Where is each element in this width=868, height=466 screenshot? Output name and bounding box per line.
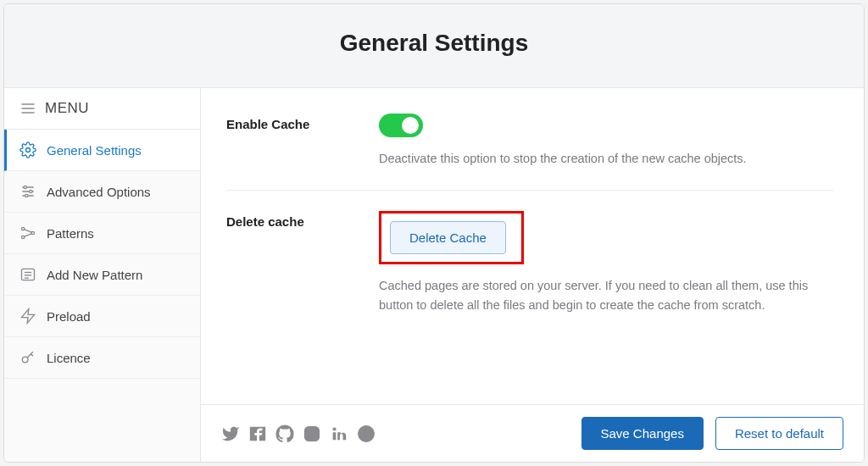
- settings-panel: General Settings MENU General Settings: [3, 3, 865, 463]
- instagram-icon[interactable]: [303, 424, 321, 443]
- delete-cache-control: Delete Cache Cached pages are stored on …: [379, 211, 833, 314]
- sidebar-item-general-settings[interactable]: General Settings: [4, 130, 200, 171]
- save-changes-button[interactable]: Save Changes: [581, 417, 704, 450]
- sidebar-item-label: Add New Pattern: [47, 268, 142, 282]
- enable-cache-help: Deactivate this option to stop the creat…: [379, 149, 820, 168]
- delete-cache-help: Cached pages are stored on your server. …: [379, 276, 820, 314]
- delete-cache-label: Delete cache: [226, 211, 379, 314]
- menu-header[interactable]: MENU: [4, 88, 200, 130]
- network-icon: [19, 225, 36, 241]
- sidebar-item-licence[interactable]: Licence: [4, 337, 200, 379]
- setting-delete-cache: Delete cache Delete Cache Cached pages a…: [226, 211, 833, 336]
- sidebar-item-preload[interactable]: Preload: [4, 296, 200, 337]
- svg-marker-17: [22, 309, 35, 324]
- enable-cache-toggle[interactable]: [379, 114, 423, 137]
- sidebar-item-label: Advanced Options: [47, 185, 151, 199]
- gear-icon: [19, 141, 36, 158]
- sidebar-item-add-new-pattern[interactable]: Add New Pattern: [4, 254, 200, 296]
- reset-default-button[interactable]: Reset to default: [715, 417, 843, 450]
- facebook-icon[interactable]: [248, 424, 267, 443]
- delete-cache-highlight: Delete Cache: [379, 211, 524, 264]
- svg-point-9: [25, 194, 28, 197]
- wordpress-icon[interactable]: [357, 424, 376, 443]
- setting-enable-cache: Enable Cache Deactivate this option to s…: [226, 114, 833, 191]
- sidebar-item-label: Preload: [47, 309, 91, 324]
- enable-cache-label: Enable Cache: [226, 114, 379, 168]
- twitter-icon[interactable]: [221, 424, 240, 443]
- linkedin-icon[interactable]: [330, 424, 348, 443]
- social-links: [221, 424, 376, 443]
- sidebar-item-label: General Settings: [47, 143, 142, 158]
- toggle-knob: [402, 117, 419, 134]
- page-header: General Settings: [4, 4, 864, 88]
- sidebar: MENU General Settings Advanced Options P…: [4, 88, 201, 462]
- body: MENU General Settings Advanced Options P…: [4, 88, 864, 462]
- svg-point-3: [26, 148, 31, 153]
- svg-point-20: [309, 430, 314, 436]
- content-area: Enable Cache Deactivate this option to s…: [201, 88, 864, 462]
- sidebar-item-advanced-options[interactable]: Advanced Options: [4, 171, 200, 213]
- svg-point-7: [24, 186, 26, 188]
- lightning-icon: [19, 308, 36, 325]
- list-icon: [19, 266, 36, 283]
- hamburger-icon: [19, 100, 36, 117]
- enable-cache-control: Deactivate this option to stop the creat…: [379, 114, 833, 168]
- delete-cache-button[interactable]: Delete Cache: [390, 221, 506, 254]
- footer: Save Changes Reset to default: [201, 404, 864, 462]
- settings-list: Enable Cache Deactivate this option to s…: [201, 88, 864, 404]
- key-icon: [19, 349, 36, 366]
- page-title: General Settings: [4, 30, 864, 57]
- menu-label: MENU: [45, 100, 89, 117]
- footer-actions: Save Changes Reset to default: [581, 417, 843, 450]
- sidebar-item-label: Licence: [47, 351, 91, 365]
- svg-point-21: [315, 429, 317, 430]
- svg-point-12: [31, 231, 34, 234]
- sliders-icon: [19, 183, 36, 200]
- sidebar-item-label: Patterns: [47, 226, 94, 241]
- sidebar-item-patterns[interactable]: Patterns: [4, 213, 200, 254]
- svg-point-8: [30, 190, 32, 192]
- github-icon[interactable]: [275, 424, 294, 443]
- svg-point-10: [22, 227, 25, 230]
- svg-point-11: [22, 236, 25, 238]
